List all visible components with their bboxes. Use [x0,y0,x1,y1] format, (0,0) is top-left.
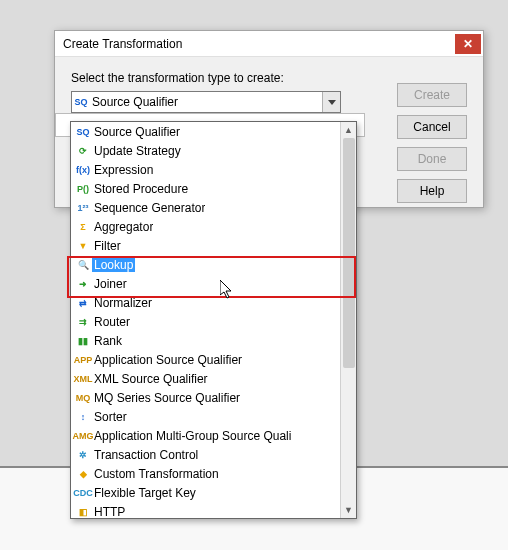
item-label: Expression [92,163,153,177]
close-button[interactable]: ✕ [455,34,481,54]
dropdown-item[interactable]: ↕Sorter [71,407,340,426]
item-icon: CDC [74,485,92,501]
item-icon: MQ [74,390,92,406]
dropdown-item[interactable]: ◧HTTP [71,502,340,518]
create-button[interactable]: Create [397,83,467,107]
chevron-down-icon[interactable] [322,92,340,112]
item-label: Sequence Generator [92,201,205,215]
item-label: Update Strategy [92,144,181,158]
item-icon: P() [74,181,92,197]
dropdown-item[interactable]: ⟳Update Strategy [71,141,340,160]
scroll-thumb[interactable] [343,138,355,368]
item-label: Sorter [92,410,127,424]
item-label: MQ Series Source Qualifier [92,391,240,405]
item-icon: ➜ [74,276,92,292]
dropdown-item[interactable]: ⇉Router [71,312,340,331]
dropdown-item[interactable]: ⇄Normalizer [71,293,340,312]
item-label: HTTP [92,505,125,519]
item-label: Application Multi-Group Source Quali [92,429,291,443]
close-icon: ✕ [463,37,473,51]
item-icon: XML [74,371,92,387]
done-button[interactable]: Done [397,147,467,171]
item-label: Lookup [92,258,135,272]
dropdown-item[interactable]: ➜Joiner [71,274,340,293]
dialog-buttons: Create Cancel Done Help [397,83,467,203]
item-label: Transaction Control [92,448,198,462]
dropdown-scrollbar[interactable]: ▲ ▼ [340,122,356,518]
dropdown-item[interactable]: ◆Custom Transformation [71,464,340,483]
item-icon: ▼ [74,238,92,254]
dropdown-item[interactable]: XMLXML Source Qualifier [71,369,340,388]
dropdown-item[interactable]: ▼Filter [71,236,340,255]
item-label: Application Source Qualifier [92,353,242,367]
item-label: Normalizer [92,296,152,310]
item-label: Joiner [92,277,127,291]
dropdown-item[interactable]: CDCFlexible Target Key [71,483,340,502]
dropdown-item[interactable]: 1²³Sequence Generator [71,198,340,217]
cancel-button[interactable]: Cancel [397,115,467,139]
dropdown-item[interactable]: AMGApplication Multi-Group Source Quali [71,426,340,445]
item-icon: SQ [74,124,92,140]
item-icon: 🔍 [74,257,92,273]
dropdown-item[interactable]: APPApplication Source Qualifier [71,350,340,369]
dialog-titlebar: Create Transformation ✕ [55,31,483,57]
dropdown-list: SQSource Qualifier⟳Update Strategyf(x)Ex… [71,122,340,518]
sq-icon: SQ [72,97,90,107]
item-icon: APP [74,352,92,368]
item-label: XML Source Qualifier [92,372,208,386]
item-label: Rank [92,334,122,348]
dropdown-item[interactable]: P()Stored Procedure [71,179,340,198]
item-label: Aggregator [92,220,153,234]
item-icon: ⟳ [74,143,92,159]
transformation-type-combo[interactable]: SQ Source Qualifier [71,91,341,113]
dropdown-item[interactable]: 🔍Lookup [71,255,340,274]
item-label: Custom Transformation [92,467,219,481]
scroll-down-icon[interactable]: ▼ [341,502,356,518]
scroll-up-icon[interactable]: ▲ [341,122,356,138]
item-icon: ⇉ [74,314,92,330]
item-label: Source Qualifier [92,125,180,139]
dropdown-item[interactable]: ✲Transaction Control [71,445,340,464]
item-icon: ✲ [74,447,92,463]
item-icon: ◆ [74,466,92,482]
item-icon: ▮▮ [74,333,92,349]
dropdown-item[interactable]: ▮▮Rank [71,331,340,350]
dropdown-item[interactable]: ΣAggregator [71,217,340,236]
help-button[interactable]: Help [397,179,467,203]
dropdown-item[interactable]: SQSource Qualifier [71,122,340,141]
item-label: Stored Procedure [92,182,188,196]
item-label: Filter [92,239,121,253]
item-icon: 1²³ [74,200,92,216]
item-label: Router [92,315,130,329]
item-icon: ↕ [74,409,92,425]
item-icon: ⇄ [74,295,92,311]
item-icon: AMG [74,428,92,444]
item-icon: ◧ [74,504,92,519]
item-label: Flexible Target Key [92,486,196,500]
dropdown-item[interactable]: f(x)Expression [71,160,340,179]
transformation-type-dropdown: SQSource Qualifier⟳Update Strategyf(x)Ex… [70,121,357,519]
dropdown-item[interactable]: MQMQ Series Source Qualifier [71,388,340,407]
combo-selected-text: Source Qualifier [90,95,322,109]
dialog-title: Create Transformation [63,37,182,51]
item-icon: Σ [74,219,92,235]
item-icon: f(x) [74,162,92,178]
